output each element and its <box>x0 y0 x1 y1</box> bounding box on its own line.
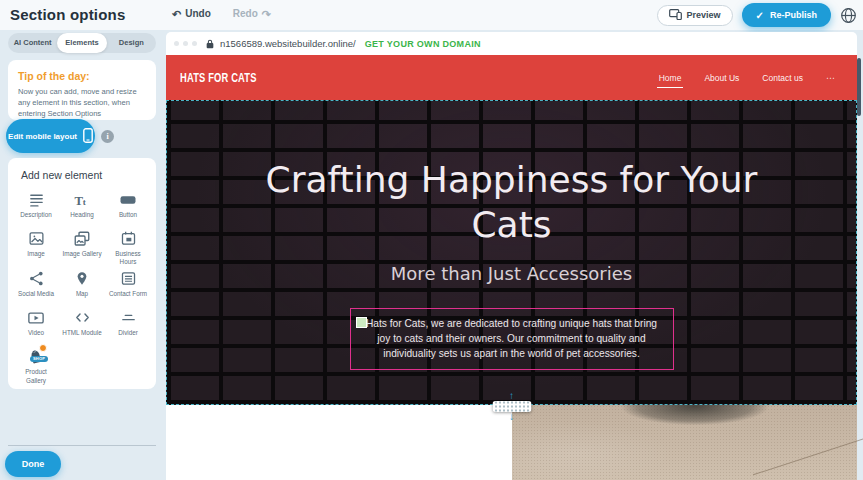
image-icon <box>28 229 45 248</box>
section-options-panel: AI Content Elements Design Tip of the da… <box>0 30 166 480</box>
language-globe-button[interactable] <box>840 7 857 24</box>
page-title: Section options <box>10 6 126 23</box>
info-icon[interactable]: i <box>101 130 114 143</box>
browser-dot <box>174 41 179 46</box>
panel-divider <box>8 445 156 446</box>
video-icon <box>27 308 45 327</box>
business-hours-icon <box>120 229 137 248</box>
topbar: Section options ↶ Undo Redo ↷ Preview ✓ … <box>0 0 863 30</box>
tip-title: Tip of the day: <box>18 70 146 82</box>
element-item-button[interactable]: Button <box>105 190 151 226</box>
check-icon: ✓ <box>756 10 764 21</box>
undo-redo-group: ↶ Undo Redo ↷ <box>172 8 271 19</box>
undo-icon: ↶ <box>172 9 181 19</box>
html-module-icon <box>74 308 91 327</box>
get-domain-link[interactable]: GET YOUR OWN DOMAIN <box>365 39 481 49</box>
product-gallery-icon: SHOP <box>26 347 46 366</box>
panel-tabs: AI Content Elements Design <box>8 33 156 53</box>
redo-label: Redo <box>233 8 258 19</box>
redo-icon: ↷ <box>262 9 271 19</box>
element-item-contact-form[interactable]: Contact Form <box>105 269 151 305</box>
arrow-down-icon: ↓ <box>509 413 514 421</box>
site-nav: Home About Us Contact us ⋯ <box>657 55 837 100</box>
section-resize-handle[interactable]: ↑ ↓ <box>492 392 531 421</box>
topbar-actions: Preview ✓ Re-Publish <box>657 3 857 27</box>
tab-ai-content[interactable]: AI Content <box>8 33 57 53</box>
preview-label: Preview <box>687 10 721 20</box>
done-button[interactable]: Done <box>5 451 61 477</box>
browser-bar: n1566589.websitebuilder.online/ GET YOUR… <box>166 32 857 55</box>
nav-more-icon[interactable]: ⋯ <box>824 68 837 88</box>
element-item-image[interactable]: Image <box>13 229 59 266</box>
element-item-product-gallery[interactable]: SHOP Product Gallery <box>13 347 59 384</box>
republish-button[interactable]: ✓ Re-Publish <box>742 3 831 27</box>
hero-subtitle[interactable]: More than Just Accessories <box>167 263 856 284</box>
contact-form-icon <box>120 269 137 288</box>
button-icon <box>119 190 137 209</box>
site-header[interactable]: HATS FOR CATS Home About Us Contact us ⋯ <box>166 55 857 100</box>
scrollbar-thumb[interactable] <box>857 58 861 116</box>
redo-button[interactable]: Redo ↷ <box>233 8 271 19</box>
edit-mobile-label: Edit mobile layout <box>8 132 77 141</box>
site-url: n1566589.websitebuilder.online/ <box>220 38 356 49</box>
browser-dot <box>183 41 188 46</box>
element-drag-handle[interactable] <box>356 317 367 328</box>
element-item-description[interactable]: Description <box>13 190 59 226</box>
element-item-image-gallery[interactable]: Image Gallery <box>59 229 105 266</box>
element-item-html-module[interactable]: HTML Module <box>59 308 105 344</box>
tab-design[interactable]: Design <box>107 33 156 53</box>
nav-item-about-us[interactable]: About Us <box>702 68 741 88</box>
nav-item-contact-us[interactable]: Contact us <box>760 68 805 88</box>
element-item-map[interactable]: Map <box>59 269 105 305</box>
divider-icon <box>120 308 137 327</box>
undo-label: Undo <box>185 8 211 19</box>
element-grid: Description Tt Heading Button Image <box>13 190 151 385</box>
element-item-social-media[interactable]: Social Media <box>13 269 59 305</box>
hero-paragraph-element[interactable]: Hats for Cats, we are dedicated to craft… <box>350 308 674 370</box>
site-preview-pane: n1566589.websitebuilder.online/ GET YOUR… <box>166 30 857 480</box>
phone-icon <box>83 128 93 145</box>
element-item-business-hours[interactable]: Business Hours <box>105 229 151 266</box>
element-item-divider[interactable]: Divider <box>105 308 151 344</box>
tip-body: Now you can add, move and resize any ele… <box>18 86 146 119</box>
site-logo: HATS FOR CATS <box>180 70 257 85</box>
element-item-heading[interactable]: Tt Heading <box>59 190 105 226</box>
element-item-video[interactable]: Video <box>13 308 59 344</box>
lock-icon <box>206 39 214 49</box>
floor-seam-line <box>753 436 863 476</box>
tip-of-the-day-card: Tip of the day: Now you can add, move an… <box>8 60 156 120</box>
hero-paragraph-text: Hats for Cats, we are dedicated to craft… <box>366 318 657 360</box>
edit-mobile-layout-button[interactable]: Edit mobile layout <box>6 119 95 153</box>
social-media-icon <box>28 269 45 288</box>
image-gallery-icon <box>73 229 91 248</box>
add-element-card: Add new element Description Tt Heading B… <box>8 158 156 389</box>
floor-photo <box>512 405 857 480</box>
republish-label: Re-Publish <box>770 10 817 20</box>
map-pin-icon <box>74 269 90 288</box>
hero-title[interactable]: Crafting Happiness for Your Cats <box>232 101 792 248</box>
hero-section-selected[interactable]: Crafting Happiness for Your Cats More th… <box>166 100 857 405</box>
browser-dot <box>192 41 197 46</box>
description-icon <box>28 190 45 209</box>
add-element-title: Add new element <box>13 169 151 181</box>
shop-badge: SHOP <box>30 356 48 362</box>
devices-icon <box>669 9 682 22</box>
svg-text:t: t <box>83 196 86 206</box>
nav-item-home[interactable]: Home <box>657 68 684 88</box>
heading-icon: Tt <box>73 190 91 209</box>
undo-button[interactable]: ↶ Undo <box>172 8 211 19</box>
preview-button[interactable]: Preview <box>657 5 733 26</box>
tab-elements[interactable]: Elements <box>57 33 106 53</box>
browser-dots <box>174 41 197 46</box>
arrow-up-icon: ↑ <box>509 392 514 400</box>
